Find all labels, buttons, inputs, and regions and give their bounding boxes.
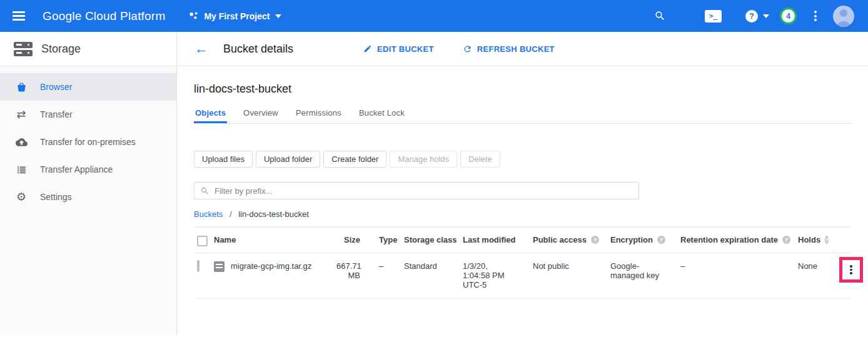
tab-objects[interactable]: Objects xyxy=(194,104,227,123)
chevron-down-icon xyxy=(275,14,281,18)
delete-button: Delete xyxy=(460,151,500,168)
column-label: Encryption xyxy=(610,235,653,244)
sidebar-item-transfer-appliance[interactable]: Transfer Appliance xyxy=(0,156,176,183)
page-header: Storage ← Bucket details EDIT BUCKET REF… xyxy=(0,32,868,66)
column-label: Retention expiration date xyxy=(680,235,778,244)
help-icon[interactable]: ? xyxy=(657,236,665,244)
cell-holds: None xyxy=(798,261,827,271)
column-label: Size xyxy=(344,235,360,244)
page-title: Bucket details xyxy=(223,43,293,56)
cell-public_access: Not public xyxy=(533,261,610,271)
tab-overview[interactable]: Overview xyxy=(242,104,280,123)
table-row: migrate-gcp-img.tar.gz667.71 MB–Standard… xyxy=(194,253,852,299)
swap-arrows-icon: ⇄ xyxy=(14,108,28,121)
cloud-upload-icon xyxy=(14,136,28,148)
object-name-link[interactable]: migrate-gcp-img.tar.gz xyxy=(231,261,311,271)
cell-type: – xyxy=(364,261,404,271)
column-label: Name xyxy=(214,235,236,244)
annotation-highlight xyxy=(839,257,863,283)
column-label: Type xyxy=(379,235,397,244)
column-label: Last modified xyxy=(463,235,516,244)
manage-holds-button: Manage holds xyxy=(390,151,457,168)
tab-bucket-lock[interactable]: Bucket Lock xyxy=(358,104,406,123)
upload-folder-button[interactable]: Upload folder xyxy=(256,151,320,168)
breadcrumb-current: lin-docs-test-bucket xyxy=(238,209,309,219)
back-arrow-icon[interactable]: ← xyxy=(194,42,208,56)
project-name: My First Project xyxy=(204,11,270,21)
brand-title[interactable]: Google Cloud Platform xyxy=(43,9,165,23)
main-content: lin-docs-test-bucket ObjectsOverviewPerm… xyxy=(177,66,868,299)
sidebar-item-label: Transfer xyxy=(40,109,73,119)
help-icon[interactable]: ? xyxy=(591,236,599,244)
bucket-name: lin-docs-test-bucket xyxy=(194,83,852,96)
overflow-menu-icon[interactable] xyxy=(814,9,817,23)
gear-icon: ⚙ xyxy=(14,190,28,204)
sidebar-item-label: Browser xyxy=(40,82,72,92)
help-menu[interactable]: ? xyxy=(745,10,769,23)
sidebar-item-label: Transfer for on-premises xyxy=(40,137,136,147)
refresh-bucket-button[interactable]: REFRESH BUCKET xyxy=(463,44,555,54)
action-buttons: Upload filesUpload folderCreate folderMa… xyxy=(194,151,852,168)
column-header-type: Type xyxy=(364,235,404,244)
hamburger-menu-icon[interactable] xyxy=(13,9,25,23)
product-title: Storage xyxy=(41,43,81,56)
cell-checkbox xyxy=(194,261,214,271)
column-header-checkbox xyxy=(194,235,214,246)
sidebar-item-transfer[interactable]: ⇄Transfer xyxy=(0,101,176,128)
project-selector[interactable]: My First Project xyxy=(189,11,281,21)
filter-input[interactable]: Filter by prefix... xyxy=(194,182,639,199)
create-folder-button[interactable]: Create folder xyxy=(323,151,386,168)
tab-permissions[interactable]: Permissions xyxy=(295,104,343,123)
sidebar-item-label: Settings xyxy=(40,192,72,202)
pencil-icon xyxy=(363,44,372,53)
gcp-console: Google Cloud Platform My First Project >… xyxy=(0,0,868,362)
cell-menu xyxy=(827,261,852,283)
cell-storage_class: Standard xyxy=(404,261,463,271)
topbar: Google Cloud Platform My First Project >… xyxy=(0,0,868,32)
notifications-badge[interactable]: 4 xyxy=(780,8,797,24)
product-header: Storage xyxy=(0,32,177,66)
help-icon[interactable]: ? xyxy=(825,236,829,244)
select-all-checkbox[interactable] xyxy=(197,236,208,246)
cell-last_modified: 1/3/20, 1:04:58 PM UTC-5 xyxy=(463,261,533,289)
upload-files-button[interactable]: Upload files xyxy=(194,151,253,168)
row-checkbox[interactable] xyxy=(197,260,199,272)
search-icon xyxy=(200,186,209,196)
column-header-retention: Retention expiration date? xyxy=(680,235,798,244)
column-label: Storage class xyxy=(404,235,457,244)
breadcrumb-buckets-link[interactable]: Buckets xyxy=(194,209,223,219)
refresh-icon xyxy=(463,44,472,54)
column-header-size: Size xyxy=(336,235,364,244)
search-icon[interactable] xyxy=(654,10,666,22)
avatar[interactable] xyxy=(833,6,854,27)
help-icon[interactable]: ? xyxy=(782,236,790,244)
row-menu-icon[interactable] xyxy=(850,264,852,276)
help-icon: ? xyxy=(745,10,758,23)
column-header-name: Name xyxy=(214,235,336,244)
sidebar-item-browser[interactable]: Browser xyxy=(0,73,176,101)
column-header-last_modified: Last modified xyxy=(463,235,533,244)
appliance-icon xyxy=(14,164,28,175)
table-header: NameSizeTypeStorage classLast modifiedPu… xyxy=(194,228,852,253)
sidebar-item-settings[interactable]: ⚙Settings xyxy=(0,183,176,211)
cloud-shell-icon[interactable]: >_ xyxy=(705,10,722,23)
cell-size: 667.71 MB xyxy=(336,261,364,280)
column-header-storage_class: Storage class xyxy=(404,235,463,244)
column-header-public_access: Public access? xyxy=(533,235,610,244)
tab-bar: ObjectsOverviewPermissionsBucket Lock xyxy=(194,104,852,124)
cell-retention: – xyxy=(680,261,798,271)
column-header-holds: Holds? xyxy=(798,235,827,244)
sidebar-item-transfer-for-on-premises[interactable]: Transfer for on-premises xyxy=(0,128,176,156)
cell-name: migrate-gcp-img.tar.gz xyxy=(214,261,336,272)
edit-bucket-button[interactable]: EDIT BUCKET xyxy=(363,44,434,54)
sidebar: Browser⇄TransferTransfer for on-premises… xyxy=(0,66,177,336)
project-icon xyxy=(189,11,198,21)
filter-placeholder: Filter by prefix... xyxy=(214,186,272,196)
objects-table: NameSizeTypeStorage classLast modifiedPu… xyxy=(194,227,852,299)
storage-product-icon xyxy=(14,40,33,58)
column-label: Holds xyxy=(798,235,820,244)
chevron-down-icon xyxy=(763,14,769,18)
breadcrumb: Buckets / lin-docs-test-bucket xyxy=(194,209,852,219)
sidebar-item-label: Transfer Appliance xyxy=(40,164,113,174)
file-icon xyxy=(214,261,225,272)
